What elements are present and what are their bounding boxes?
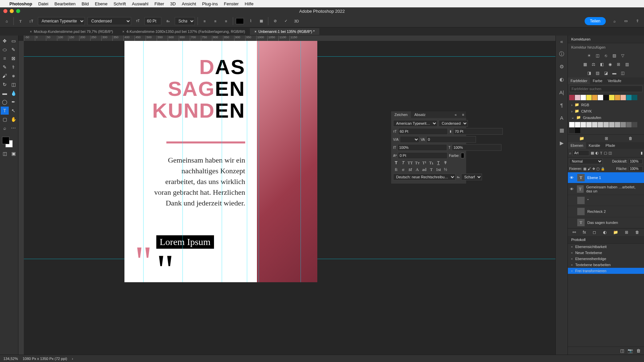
color-swatch[interactable] [609,95,614,100]
filter-smart-icon[interactable]: ◫ [608,151,612,155]
gray-swatch[interactable] [615,122,620,127]
cancel-icon[interactable]: ⊘ [271,17,279,25]
selectivecolor-icon[interactable]: ◫ [620,70,626,76]
visibility-icon[interactable]: 👁 [570,176,575,180]
close-icon[interactable]: × [255,30,257,34]
character-panel[interactable]: Zeichen Absatz « ≡ American Typewrit…Con… [391,111,467,184]
bw-icon[interactable]: ◧ [598,61,605,67]
delete-layer-icon[interactable]: 🗑 [635,230,639,235]
titling-icon[interactable]: ad [421,167,427,172]
swatch-search-input[interactable] [569,85,643,92]
char-style-select[interactable]: Condensed [439,120,468,127]
character-panel-icon[interactable]: ▦ [257,17,265,25]
snapshot-icon[interactable]: 📷 [628,348,633,353]
eraser-tool-icon[interactable]: ◫ [9,80,17,88]
tab-zeichen[interactable]: Zeichen [391,111,411,118]
filter-pixel-icon[interactable]: ▦ [591,151,594,155]
font-family-select[interactable]: American Typewriter [38,17,85,25]
layer-item[interactable]: 👁TEbene 1 [568,172,644,183]
styles-dock-icon[interactable]: ▦ [558,127,566,134]
char-lang-select[interactable]: Deutsch: neue Rechtschreibu… [393,174,455,180]
underline-icon[interactable]: T [435,160,441,166]
folder-graustufen[interactable]: ⌄📁Graustufen [568,114,644,121]
gray-swatch[interactable] [575,122,580,127]
color-swatch[interactable] [621,95,626,100]
menu-auswahl[interactable]: Auswahl [132,1,148,6]
allcaps-icon[interactable]: TT [407,160,413,166]
guide[interactable] [222,41,222,282]
menu-fenster[interactable]: Fenster [224,1,239,6]
gray-swatch[interactable] [603,122,609,127]
menu-3d[interactable]: 3D [170,1,176,6]
stylistic-icon[interactable]: st [407,167,413,172]
history-item[interactable]: ▫Neue Textebene [568,250,644,256]
menu-bearbeiten[interactable]: Bearbeiten [54,1,75,6]
color-swatch[interactable] [615,95,620,100]
canvas-content[interactable]: DAS SAGEN KUNDEN Gemeinsam haben wir ein… [24,41,555,355]
color-swatch[interactable] [569,95,575,100]
history-item[interactable]: ▫Ebenenreihenfolge [568,256,644,262]
lock-artboard-icon[interactable]: ▢ [596,167,599,171]
ordinal-icon[interactable]: T [428,167,434,172]
lock-transparent-icon[interactable]: ▦ [583,167,586,171]
char-leading-input[interactable] [453,128,503,135]
filter-adjust-icon[interactable]: ◐ [595,151,599,155]
new-folder-icon[interactable]: 📁 [579,136,584,141]
create-document-icon[interactable]: ◫ [620,348,624,353]
char-kerning-select[interactable] [400,136,419,143]
color-swatch[interactable] [632,95,637,100]
gray-swatch[interactable] [575,128,580,133]
menu-ansicht[interactable]: Ansicht [182,1,196,6]
smallcaps-icon[interactable]: Tт [414,160,420,166]
new-swatch-icon[interactable]: ⊞ [605,136,608,141]
char-color-swatch[interactable] [461,153,464,158]
blur-tool-icon[interactable]: 💧 [9,89,17,97]
gradientmap-icon[interactable]: ▬ [611,70,618,76]
swash-icon[interactable]: A [414,167,420,172]
gray-swatch[interactable] [632,122,637,127]
rectangle-tool-icon[interactable]: ▢ [1,115,9,123]
history-item[interactable]: ▫Textebene bearbeiten [568,262,644,268]
close-window-button[interactable] [3,9,7,13]
blend-mode-select[interactable]: Normal [569,159,603,164]
color-swatch[interactable] [581,95,586,100]
glyphs-dock-icon[interactable]: A [558,114,566,121]
dodge-tool-icon[interactable]: ◯ [1,98,9,106]
color-swatch[interactable] [626,95,632,100]
colorbalance-icon[interactable]: ⚖ [590,61,597,67]
exposure-icon[interactable]: ▨ [611,53,618,59]
char-hscale-input[interactable] [452,144,501,151]
strike-icon[interactable]: T [442,160,448,166]
guide[interactable] [247,41,247,282]
mask-icon[interactable]: ◻ [593,230,596,235]
char-font-select[interactable]: American Typewrit… [393,120,437,127]
search-icon[interactable]: ⌕ [610,17,619,25]
quick-select-tool-icon[interactable]: ✎ [9,46,17,54]
tab-kanale[interactable]: Kanäle [586,142,603,149]
gray-swatch[interactable] [569,128,575,133]
tab-farbfelder[interactable]: Farbfelder [568,77,590,84]
photofilter-icon[interactable]: ◉ [607,61,613,67]
actions-dock-icon[interactable]: ▶ [558,139,566,147]
type-tool-icon[interactable]: T [1,107,9,115]
path-select-tool-icon[interactable]: ↖ [9,107,17,115]
text-color-swatch[interactable] [236,18,244,24]
char-size-input[interactable] [398,128,448,135]
filter-shape-icon[interactable]: ▢ [604,151,607,155]
lasso-tool-icon[interactable]: ⬭ [1,46,9,54]
info-icon[interactable]: ⓘ [558,50,566,58]
gray-swatch[interactable] [592,122,597,127]
gray-swatch[interactable] [569,122,575,127]
menu-filter[interactable]: Filter [154,1,164,6]
hue-icon[interactable]: ▦ [582,61,588,67]
filter-toggle-icon[interactable]: ▮ [641,151,643,155]
screen-mode-icon[interactable]: ▣ [9,149,17,158]
tab-farbe[interactable]: Farbe [590,77,605,84]
lorem-text-selected[interactable]: Lorem Ipsum [156,235,214,249]
zoom-level[interactable]: 134,52% [3,357,18,361]
clone-tool-icon[interactable]: ⎈ [9,72,17,80]
menu-ebene[interactable]: Ebene [95,1,108,6]
color-swatch[interactable] [586,95,592,100]
move-tool-icon[interactable]: ✥ [1,37,9,45]
tab-ebenen[interactable]: Ebenen [568,142,586,149]
